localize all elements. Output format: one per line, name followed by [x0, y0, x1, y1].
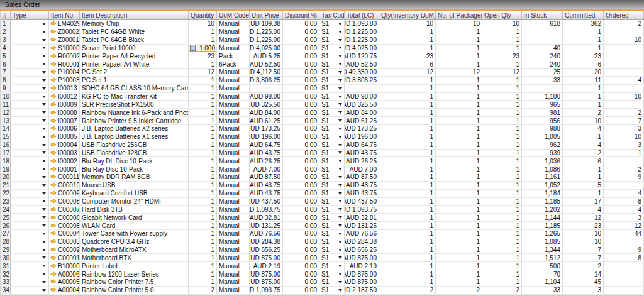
cell-unit-price[interactable]: AUD 284.38: [250, 238, 283, 246]
cell-qty-inventory-uom[interactable]: 1: [379, 262, 436, 270]
cell-discount[interactable]: 0.00: [283, 198, 319, 206]
cell-packages[interactable]: 1: [436, 262, 482, 270]
cell-total-lc[interactable]: AUD 1,093.80: [345, 20, 379, 28]
row-number-cell[interactable]: 27: [1, 230, 11, 238]
cell-quantity[interactable]: 1: [189, 60, 217, 68]
cell-open-qty[interactable]: 1: [482, 238, 522, 246]
cell-discount[interactable]: 0.00: [283, 230, 319, 238]
cell-uom-code[interactable]: Manual: [217, 278, 250, 286]
cell-open-qty[interactable]: 1: [482, 157, 522, 165]
cell-uom-code[interactable]: Manual: [217, 165, 250, 173]
cell-item-description[interactable]: Motherboard MicroATX: [80, 246, 189, 254]
link-arrow-icon[interactable]: [50, 263, 57, 270]
cell-total-lc[interactable]: AUD 325.50: [345, 101, 379, 108]
cell-open-qty[interactable]: 1: [482, 254, 522, 261]
cell-item-description[interactable]: Rainbow Nuance Ink 6-Pack and Photo Pape…: [80, 109, 189, 116]
cell-item-no[interactable]: C00005: [49, 222, 80, 229]
cell-qty-inventory-uom[interactable]: 1: [379, 198, 436, 206]
cell-discount[interactable]: 0.00: [283, 222, 319, 229]
cell-quantity[interactable]: 2: [189, 287, 217, 294]
link-arrow-icon[interactable]: [50, 230, 57, 237]
row-number-cell[interactable]: 19: [1, 165, 11, 173]
cell-unit-price[interactable]: AUD 52.50: [250, 60, 283, 68]
row-number-cell[interactable]: 17: [1, 150, 11, 157]
cell-packages[interactable]: 1: [436, 133, 482, 141]
cell-item-description[interactable]: Tower Case with Power supply: [80, 230, 189, 238]
cell-discount[interactable]: 0.00: [283, 101, 319, 108]
cell-total-lc[interactable]: AUD 2.19: [345, 262, 379, 270]
cell-open-qty[interactable]: 1: [482, 198, 522, 206]
cell-unit-price[interactable]: AUD 109.38: [250, 20, 283, 28]
column-header-uom_code[interactable]: UoM Code: [217, 11, 250, 19]
cell-item-description[interactable]: Printer Papaer A4 White: [80, 60, 189, 68]
cell-item-no[interactable]: C00001: [49, 254, 80, 261]
cell-packages[interactable]: 1: [436, 52, 482, 60]
cell-quantity[interactable]: 1: [189, 150, 217, 157]
cell-quantity[interactable]: 1: [189, 198, 217, 206]
column-header-unit_price[interactable]: Unit Price: [250, 11, 283, 19]
cell-discount[interactable]: 0.00: [283, 254, 319, 261]
cell-item-no[interactable]: R00002: [49, 52, 80, 60]
cell-qty-inventory-uom[interactable]: 6: [379, 60, 436, 68]
link-arrow-icon[interactable]: [50, 255, 57, 261]
cell-total-lc[interactable]: AUD 84.00: [345, 109, 379, 116]
cell-item-description[interactable]: Blu-Ray Disc 10-Pack: [80, 165, 189, 173]
cell-qty-inventory-uom[interactable]: 1: [379, 141, 436, 149]
cell-total-lc[interactable]: AUD 49,350.00: [345, 69, 379, 76]
cell-packages[interactable]: 1: [436, 246, 482, 254]
link-arrow-icon[interactable]: [50, 133, 57, 140]
cell-tax-code[interactable]: S1: [319, 278, 345, 286]
cell-qty-inventory-uom[interactable]: 1: [379, 230, 436, 238]
cell-quantity[interactable]: 1: [189, 93, 217, 101]
cell-open-qty[interactable]: 1: [482, 278, 522, 286]
cell-uom-code[interactable]: 6Pack: [217, 60, 250, 68]
cell-type[interactable]: [11, 173, 49, 181]
cell-discount[interactable]: 0.00: [283, 238, 319, 246]
cell-tax-code[interactable]: S1: [319, 133, 345, 141]
cell-packages[interactable]: 1: [436, 230, 482, 238]
cell-unit-price[interactable]: AUD 84.00: [250, 109, 283, 116]
cell-qty-inventory-uom[interactable]: 1: [379, 157, 436, 165]
link-arrow-icon[interactable]: [50, 173, 57, 180]
cell-total-lc[interactable]: AUD 1,093.75: [345, 206, 379, 213]
link-arrow-icon[interactable]: [50, 198, 57, 205]
column-header-discount[interactable]: Discount %: [283, 11, 319, 19]
link-arrow-icon[interactable]: [50, 214, 57, 221]
cell-unit-price[interactable]: AUD 4,112.50: [250, 69, 283, 76]
cell-quantity[interactable]: 1: [189, 246, 217, 254]
cell-item-no[interactable]: I00007: [49, 117, 80, 124]
cell-open-qty[interactable]: 1: [482, 230, 522, 238]
row-number-cell[interactable]: 15: [1, 133, 11, 141]
row-number-cell[interactable]: 18: [1, 157, 11, 165]
cell-tax-code[interactable]: S1: [319, 52, 345, 60]
cell-qty-inventory-uom[interactable]: 1: [379, 246, 436, 254]
cell-unit-price[interactable]: AUD 7.00: [250, 165, 283, 173]
cell-total-lc[interactable]: AUD 437.50: [345, 198, 379, 206]
cell-uom-code[interactable]: Manual: [217, 230, 250, 238]
row-number-cell[interactable]: 20: [1, 173, 11, 181]
cell-tax-code[interactable]: S1: [319, 150, 345, 157]
cell-uom-code[interactable]: Manual: [217, 133, 250, 141]
cell-qty-inventory-uom[interactable]: 1: [379, 238, 436, 246]
cell-qty-inventory-uom[interactable]: 1: [379, 150, 436, 157]
cell-open-qty[interactable]: 1: [482, 173, 522, 181]
cell-discount[interactable]: 0.00: [283, 165, 319, 173]
calculator-icon[interactable]: [190, 45, 196, 51]
link-arrow-icon[interactable]: [50, 141, 57, 148]
cell-uom-code[interactable]: Manual: [217, 101, 250, 108]
cell-item-description[interactable]: Memory Chip: [80, 20, 189, 28]
link-arrow-icon[interactable]: [50, 36, 57, 43]
cell-unit-price[interactable]: AUD 3,806.25: [250, 77, 283, 84]
cell-quantity[interactable]: 23: [189, 52, 217, 60]
cell-packages[interactable]: 10: [436, 20, 482, 28]
cell-unit-price[interactable]: AUD 131.25: [250, 222, 283, 229]
cell-item-description[interactable]: J.B. Laptop Batteries X2 series: [80, 125, 189, 133]
cell-packages[interactable]: 1: [436, 109, 482, 116]
cell-total-lc[interactable]: AUD 3,806.25: [345, 77, 379, 84]
row-number-cell[interactable]: 2: [1, 28, 11, 36]
cell-discount[interactable]: 0.00: [283, 150, 319, 157]
cell-item-description[interactable]: WLAN Card: [80, 222, 189, 229]
cell-quantity[interactable]: 12: [189, 69, 217, 76]
cell-type[interactable]: [11, 133, 49, 141]
link-arrow-icon[interactable]: [50, 278, 57, 285]
